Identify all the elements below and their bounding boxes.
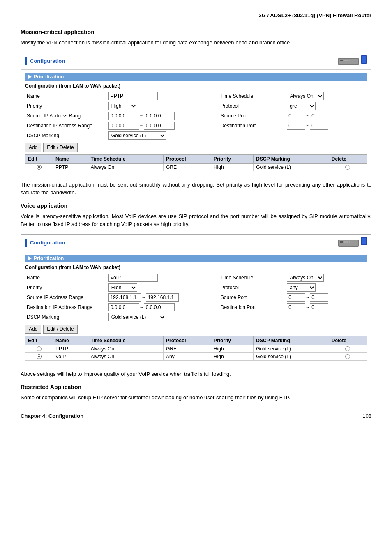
- dst-ip-from-2[interactable]: [108, 303, 139, 311]
- dst-ip-to-2[interactable]: [144, 303, 175, 311]
- src-port-from-2[interactable]: [287, 293, 305, 302]
- edit-radio-selected-2[interactable]: [37, 354, 42, 359]
- footer-chapter: Chapter 4: Configuration: [21, 413, 83, 419]
- dst-port-to-2[interactable]: [310, 303, 328, 311]
- col-timesched-2: Time Schedule: [88, 336, 163, 345]
- src-ip-to-1[interactable]: [144, 112, 175, 120]
- add-button-2[interactable]: Add: [25, 325, 41, 334]
- row1-dscp-2: Gold service (L): [254, 345, 329, 352]
- row1-priority-2: High: [211, 345, 253, 352]
- src-port-to-2[interactable]: [310, 293, 328, 302]
- edit-radio-selected-1[interactable]: [37, 165, 42, 170]
- router-icon-1: [338, 55, 367, 67]
- src-ip-value-cell-1: ~: [107, 111, 219, 121]
- protocol-value-cell-2: any: [285, 283, 367, 292]
- dst-port-value-cell-1: ~: [285, 121, 367, 131]
- dst-port-from-2[interactable]: [287, 303, 305, 311]
- delete-radio-2-2[interactable]: [345, 354, 350, 359]
- row1-name-2: PPTP: [53, 345, 88, 352]
- row2-edit-2[interactable]: [25, 352, 53, 360]
- src-port-tilde-2: ~: [306, 295, 309, 300]
- section1-outro: The mission-critical application must be…: [21, 181, 371, 197]
- col-priority-2: Priority: [211, 336, 253, 345]
- time-schedule-select-2[interactable]: Always On: [287, 274, 324, 282]
- time-schedule-label-2: Time Schedule: [219, 273, 285, 283]
- dst-ip-from-1[interactable]: [108, 122, 139, 130]
- row2-protocol-2: Any: [164, 352, 211, 360]
- section2-outro: Above settings will help to improve qual…: [21, 370, 371, 378]
- row2-name-2: VoIP: [53, 352, 88, 360]
- time-schedule-select-1[interactable]: Always On: [287, 92, 324, 100]
- src-port-from-1[interactable]: [287, 112, 305, 120]
- row1-delete-1[interactable]: [329, 163, 367, 171]
- delete-radio-1-2[interactable]: [345, 346, 350, 351]
- dst-ip-value-cell-2: ~: [107, 302, 219, 312]
- protocol-value-cell-1: gre: [285, 101, 367, 111]
- edit-delete-button-2[interactable]: Edit / Delete: [43, 325, 77, 334]
- router-svg-2: [338, 237, 367, 249]
- src-ip-label-1: Source IP Address Range: [25, 111, 107, 121]
- svg-rect-13: [349, 241, 350, 243]
- src-ip-value-cell-2: ~: [107, 292, 219, 302]
- col-dscp-2: DSCP Marking: [254, 336, 329, 345]
- src-ip-from-2[interactable]: [108, 293, 141, 302]
- priority-value-cell-2: High: [107, 283, 219, 292]
- row2-delete-2[interactable]: [329, 352, 367, 360]
- dst-ip-label-2: Destination IP Address Range: [25, 302, 107, 312]
- dst-port-tilde-1: ~: [306, 123, 309, 129]
- svg-rect-5: [349, 60, 350, 61]
- svg-rect-15: [362, 238, 366, 244]
- row1-protocol-2: GRE: [164, 345, 211, 352]
- row2-dscp-2: Gold service (L): [254, 352, 329, 360]
- row1-delete-2[interactable]: [329, 345, 367, 352]
- row1-edit-2[interactable]: [25, 345, 53, 352]
- priority-select-2[interactable]: High: [108, 283, 137, 292]
- add-button-1[interactable]: Add: [25, 143, 41, 152]
- svg-rect-7: [362, 56, 366, 63]
- triangle-icon-2: [28, 256, 32, 260]
- col-delete-2: Delete: [329, 336, 367, 345]
- dst-port-from-1[interactable]: [287, 122, 305, 130]
- section1-intro: Mostly the VPN connection is mission-cri…: [21, 39, 371, 47]
- config-box-2: Configuration Prioritization: [21, 234, 371, 364]
- dst-port-tilde-2: ~: [306, 304, 309, 310]
- row1-dscp-1: Gold service (L): [254, 163, 329, 171]
- name-label-1: Name: [25, 91, 107, 101]
- edit-delete-button-1[interactable]: Edit / Delete: [43, 143, 77, 152]
- src-port-tilde-1: ~: [306, 113, 309, 119]
- prioritization-label-1: Prioritization: [34, 74, 64, 80]
- data-table-2: Edit Name Time Schedule Protocol Priorit…: [25, 336, 367, 361]
- priority-select-1[interactable]: High: [108, 102, 137, 110]
- src-port-value-cell-1: ~: [285, 111, 367, 121]
- protocol-select-2[interactable]: any: [287, 283, 316, 292]
- dscp-select-2[interactable]: Gold service (L): [108, 313, 166, 321]
- dst-ip-to-1[interactable]: [144, 122, 175, 130]
- src-ip-tilde-2: ~: [142, 295, 145, 300]
- src-port-to-1[interactable]: [310, 112, 328, 120]
- dscp-select-1[interactable]: Gold service (L): [108, 131, 166, 140]
- delete-radio-1[interactable]: [345, 165, 350, 170]
- page-header: 3G / ADSL2+ (802.11g) (VPN) Firewall Rou…: [21, 12, 371, 21]
- dst-port-label-1: Destination Port: [219, 121, 285, 131]
- time-schedule-value-cell-1: Always On: [285, 91, 367, 101]
- footer: Chapter 4: Configuration 108: [21, 410, 371, 419]
- protocol-select-1[interactable]: gre: [287, 102, 316, 110]
- time-schedule-label-1: Time Schedule: [219, 91, 285, 101]
- priority-label-1: Priority: [25, 101, 107, 111]
- name-input-1[interactable]: [108, 92, 158, 100]
- dst-port-to-1[interactable]: [310, 122, 328, 130]
- dst-ip-tilde-2: ~: [140, 304, 143, 310]
- config-title-2: Configuration: [30, 240, 65, 246]
- src-ip-to-2[interactable]: [146, 293, 179, 302]
- edit-radio-1-2[interactable]: [37, 346, 42, 351]
- col-protocol-2: Protocol: [164, 336, 211, 345]
- blue-bar-1: [25, 57, 27, 65]
- src-ip-from-1[interactable]: [108, 112, 139, 120]
- section3-title: Restricted Application: [21, 384, 371, 390]
- config-header-left-2: Configuration: [25, 239, 65, 247]
- row1-edit-1[interactable]: [25, 163, 53, 171]
- config-header-2: Configuration: [21, 235, 371, 251]
- table-row: VoIP Always On Any High Gold service (L): [25, 352, 367, 360]
- name-input-2[interactable]: [108, 274, 158, 282]
- dst-port-value-cell-2: ~: [285, 302, 367, 312]
